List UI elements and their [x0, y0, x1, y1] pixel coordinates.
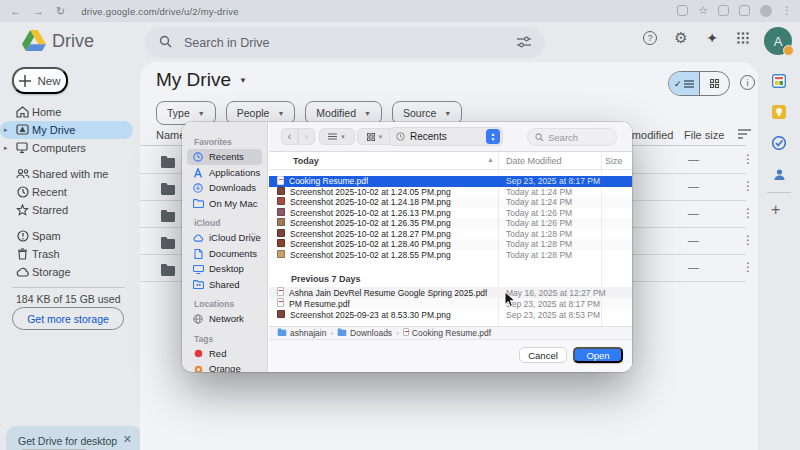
forward-chevron-icon[interactable]: ›	[298, 128, 315, 145]
file-row[interactable]: Screenshot 2025-10-02 at 1.28.40 PM.pngT…	[269, 239, 632, 250]
column-size[interactable]: Size	[605, 156, 623, 166]
file-row[interactable]: Screenshot 2025-09-23 at 8.53.30 PM.pngS…	[269, 309, 632, 320]
sort-icon[interactable]	[738, 129, 751, 141]
sidebar-item-spam[interactable]: Spam	[0, 227, 140, 245]
apps-grid-icon[interactable]	[734, 29, 752, 47]
folder-icon	[160, 154, 176, 172]
sidebar-item-home[interactable]: Home	[0, 103, 140, 121]
row-menu-icon[interactable]: ⋮	[742, 206, 754, 220]
row-menu-icon[interactable]: ⋮	[742, 233, 754, 247]
dialog-sidebar-item-icloud-drive[interactable]: iCloud Drive	[187, 230, 262, 246]
row-menu-icon[interactable]: ⋮	[742, 260, 754, 274]
file-row[interactable]: Screenshot 2025-10-02 at 1.26.35 PM.pngT…	[269, 218, 632, 229]
address-bar[interactable]: drive.google.com/drive/u/2/my-drive	[81, 6, 238, 17]
dialog-sidebar-item-applications[interactable]: Applications	[187, 165, 262, 181]
path-segment[interactable]: Cooking Resume.pdf	[403, 328, 491, 338]
file-row[interactable]: Screenshot 2025-10-02 at 1.28.55 PM.pngT…	[269, 250, 632, 261]
expand-caret-icon[interactable]: ▸	[4, 126, 8, 134]
browser-install-icon[interactable]	[677, 5, 688, 16]
details-info-icon[interactable]: i	[740, 75, 755, 90]
dialog-sidebar-item-shared[interactable]: Shared	[187, 277, 262, 293]
sidebar-item-recent[interactable]: Recent	[0, 183, 140, 201]
file-type-icon	[277, 239, 285, 249]
dialog-sidebar-item-documents[interactable]: Documents	[187, 246, 262, 262]
sidebar-item-storage[interactable]: Storage	[0, 263, 140, 281]
sidebar-divider	[12, 287, 125, 288]
column-name[interactable]: Name	[156, 129, 185, 141]
column-date-modified[interactable]: Date Modified	[506, 156, 562, 166]
location-select[interactable]: Recents ▲▼	[389, 127, 503, 146]
browser-forward-icon[interactable]: →	[33, 5, 44, 18]
search-icon	[159, 34, 172, 52]
dialog-sidebar-item-label: Applications	[209, 167, 260, 178]
new-button[interactable]: New	[12, 67, 68, 94]
row-menu-icon[interactable]: ⋮	[742, 152, 754, 166]
toast-close-icon[interactable]: ✕	[123, 433, 132, 446]
file-row[interactable]: PM Resume.pdfSep 23, 2025 at 8:17 PM	[269, 298, 632, 309]
dialog-search-field[interactable]: Search	[527, 128, 617, 146]
browser-back-icon[interactable]: ←	[10, 5, 21, 18]
sidebar-item-my-drive[interactable]: ▸My Drive	[0, 121, 133, 139]
help-icon[interactable]: ?	[641, 29, 659, 47]
view-toggle[interactable]: ✓	[668, 71, 730, 96]
path-bar: ashnajain›Downloads›Cooking Resume.pdf	[269, 326, 632, 340]
drive-icon	[15, 122, 30, 137]
file-row[interactable]: Cooking Resume.pdfSep 23, 2025 at 8:17 P…	[269, 176, 632, 187]
sidebar-item-trash[interactable]: Trash	[0, 245, 140, 263]
browser-menu-icon[interactable]: ⋮	[782, 5, 792, 16]
file-row[interactable]: Ashna Jain DevRel Resume Google Spring 2…	[269, 287, 632, 298]
expand-caret-icon[interactable]: ▸	[4, 144, 8, 152]
dialog-sidebar-item-downloads[interactable]: Downloads	[187, 180, 262, 196]
path-segment[interactable]: ashnajain	[277, 328, 326, 338]
sidebar-item-computers[interactable]: ▸Computers	[0, 139, 140, 157]
calendar-icon[interactable]	[771, 73, 787, 89]
sidebar-item-shared-with-me[interactable]: Shared with me	[0, 165, 140, 183]
list-view-dropdown[interactable]: ▼	[319, 128, 355, 145]
account-avatar[interactable]: A	[764, 27, 792, 55]
pdf-icon	[277, 176, 284, 185]
file-type-icon	[277, 250, 285, 260]
back-chevron-icon[interactable]: ‹	[281, 128, 298, 145]
group-view-dropdown[interactable]: ▼	[357, 128, 393, 145]
file-row[interactable]: Screenshot 2025-10-02 at 1.24.05 PM.pngT…	[269, 187, 632, 198]
dialog-sidebar-item-recents[interactable]: Recents	[187, 149, 262, 165]
dialog-sidebar-item-network[interactable]: Network	[187, 311, 262, 327]
dialog-sidebar-item-orange[interactable]: Orange	[187, 361, 262, 372]
row-menu-icon[interactable]: ⋮	[742, 179, 754, 193]
sidebar-item-starred[interactable]: Starred	[0, 201, 140, 219]
file-date-modified: Sep 23, 2025 at 8:53 PM	[506, 310, 600, 320]
browser-extension-icon[interactable]	[718, 5, 729, 16]
get-drive-toast: Get Drive for desktop ✕	[6, 426, 142, 450]
file-row[interactable]: Screenshot 2025-10-02 at 1.24.18 PM.pngT…	[269, 197, 632, 208]
tune-icon[interactable]	[517, 34, 531, 52]
file-row[interactable]: Screenshot 2025-10-02 at 1.28.27 PM.pngT…	[269, 229, 632, 240]
path-segment[interactable]: Downloads	[337, 328, 392, 338]
open-button[interactable]: Open	[573, 347, 623, 363]
browser-bookmark-icon[interactable]: ☆	[698, 4, 708, 17]
gemini-spark-icon[interactable]: ✦	[703, 29, 721, 47]
title-caret-icon[interactable]: ▼	[239, 76, 247, 85]
sort-direction-icon[interactable]: ▲	[487, 156, 494, 163]
dialog-sidebar-item-red[interactable]: Red	[187, 346, 262, 362]
file-row[interactable]: Screenshot 2025-10-02 at 1.26.13 PM.pngT…	[269, 208, 632, 219]
browser-profile-avatar[interactable]	[760, 5, 772, 17]
get-more-storage-button[interactable]: Get more storage	[12, 307, 124, 330]
tasks-icon[interactable]	[771, 135, 787, 151]
page-title[interactable]: My Drive	[156, 69, 231, 91]
file-date-modified: Today at 1:28 PM	[506, 250, 572, 260]
contacts-icon[interactable]	[771, 166, 787, 182]
drive-search-bar[interactable]: Search in Drive	[145, 27, 545, 58]
list-view-button[interactable]: ✓	[669, 72, 700, 95]
browser-reload-icon[interactable]: ↻	[56, 5, 65, 18]
cancel-button[interactable]: Cancel	[519, 347, 567, 363]
add-addon-icon[interactable]: +	[771, 201, 780, 219]
dialog-sidebar-item-desktop[interactable]: Desktop	[187, 261, 262, 277]
file-type-icon	[277, 287, 284, 298]
column-file-size[interactable]: File size	[684, 129, 724, 141]
dialog-sidebar-item-on-my-mac[interactable]: On My Mac	[187, 196, 262, 212]
grid-view-button[interactable]	[700, 72, 730, 95]
browser-extensions-icon[interactable]	[739, 5, 750, 16]
keep-icon[interactable]	[771, 104, 787, 120]
drive-logo-icon[interactable]	[22, 30, 46, 55]
settings-gear-icon[interactable]: ⚙	[672, 29, 690, 47]
